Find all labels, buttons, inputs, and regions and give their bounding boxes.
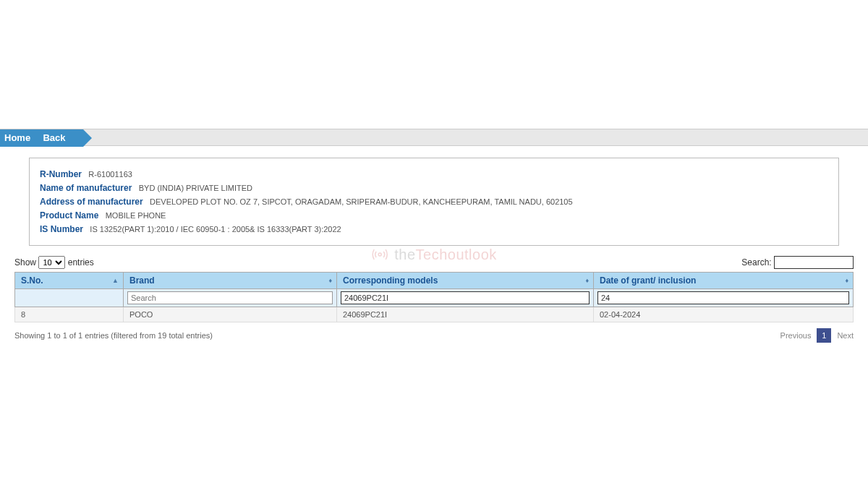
back-link[interactable]: Back — [43, 132, 65, 143]
manufacturer-value: BYD (INDIA) PRIVATE LIMITED — [139, 184, 252, 192]
entries-info: Showing 1 to 1 of 1 entries (filtered fr… — [14, 331, 213, 340]
table-footer: Showing 1 to 1 of 1 entries (filtered fr… — [14, 328, 854, 343]
isnumber-value: IS 13252(PART 1):2010 / IEC 60950-1 : 20… — [90, 225, 341, 234]
nav-shape: Home Back — [0, 129, 83, 147]
table-controls: Show 10 entries Search: — [14, 256, 854, 269]
col-models[interactable]: Corresponding models ♦ — [337, 273, 594, 289]
detail-address: Address of manufacturer DEVELOPED PLOT N… — [40, 197, 828, 207]
nav-bar: Home Back — [0, 129, 868, 146]
filter-date-input[interactable] — [597, 291, 849, 304]
rnumber-value: R-61001163 — [88, 170, 132, 179]
manufacturer-label: Name of manufacturer — [40, 183, 132, 193]
search-label: Search: — [741, 257, 771, 267]
header-row: S.No. ▲ Brand ♦ Corresponding models ♦ D… — [15, 273, 854, 289]
isnumber-label: IS Number — [40, 224, 83, 234]
detail-product: Product Name MOBILE PHONE — [40, 210, 828, 221]
table-row: 8 POCO 24069PC21I 02-04-2024 — [15, 307, 854, 322]
rnumber-label: R-Number — [40, 169, 82, 179]
detail-manufacturer: Name of manufacturer BYD (INDIA) PRIVATE… — [40, 183, 828, 193]
filter-models-input[interactable] — [341, 291, 590, 304]
product-label: Product Name — [40, 210, 98, 221]
show-label: Show — [14, 257, 36, 267]
filter-row — [15, 289, 854, 307]
sort-icon: ♦ — [585, 278, 589, 284]
sort-icon: ♦ — [328, 278, 332, 284]
previous-button[interactable]: Previous — [780, 331, 812, 340]
entries-select[interactable]: 10 — [38, 256, 65, 269]
address-label: Address of manufacturer — [40, 197, 143, 207]
cell-models: 24069PC21I — [337, 307, 594, 322]
pagination: Previous 1 Next — [780, 328, 854, 343]
sort-icon: ♦ — [845, 278, 848, 284]
cell-sno: 8 — [15, 307, 124, 322]
show-entries: Show 10 entries — [14, 256, 94, 269]
col-brand[interactable]: Brand ♦ — [124, 273, 337, 289]
product-value: MOBILE PHONE — [106, 211, 166, 220]
search-input[interactable] — [774, 256, 854, 269]
data-table: S.No. ▲ Brand ♦ Corresponding models ♦ D… — [14, 272, 854, 322]
details-panel: R-Number R-61001163 Name of manufacturer… — [29, 158, 839, 246]
detail-rnumber: R-Number R-61001163 — [40, 169, 828, 179]
home-link[interactable]: Home — [4, 132, 30, 143]
cell-brand: POCO — [124, 307, 337, 322]
col-date[interactable]: Date of grant/ inclusion ♦ — [594, 273, 854, 289]
next-button[interactable]: Next — [837, 331, 854, 340]
sort-icon: ▲ — [112, 278, 119, 284]
address-value: DEVELOPED PLOT NO. OZ 7, SIPCOT, ORAGADA… — [150, 197, 573, 206]
detail-isnumber: IS Number IS 13252(PART 1):2010 / IEC 60… — [40, 224, 828, 234]
cell-date: 02-04-2024 — [594, 307, 854, 322]
filter-brand-input[interactable] — [127, 291, 333, 304]
col-sno[interactable]: S.No. ▲ — [15, 273, 124, 289]
page-1[interactable]: 1 — [817, 328, 831, 343]
entries-label: entries — [68, 257, 94, 267]
search-box: Search: — [741, 256, 854, 269]
